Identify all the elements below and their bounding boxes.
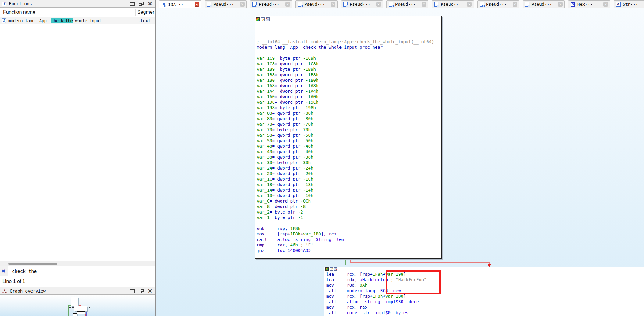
tab-pseud[interactable]: Pseud···✕ — [341, 0, 383, 8]
node-edit-icon[interactable] — [261, 17, 265, 21]
asm-line[interactable]: var_198= byte ptr -198h — [257, 105, 441, 110]
scrollbar-thumb[interactable] — [8, 263, 57, 265]
graph-overview-minimap[interactable] — [0, 295, 155, 316]
functions-table-header[interactable]: Function name Segmen — [0, 8, 155, 17]
asm-line[interactable]: var_50= qword ptr -50h — [257, 138, 441, 143]
asm-line[interactable]: var_10= dword ptr -10h — [257, 193, 441, 198]
close-icon[interactable]: ✕ — [148, 2, 152, 6]
asm-line[interactable]: var_88= qword ptr -88h — [257, 110, 441, 116]
tab-close-icon[interactable]: ✕ — [240, 2, 245, 7]
asm-line[interactable]: mov rcx, rax — [326, 304, 644, 310]
asm-line[interactable] — [257, 34, 441, 39]
asm-line[interactable]: var_30= byte ptr -30h — [257, 160, 441, 165]
asm-token: -1A8h — [306, 83, 318, 88]
asm-line[interactable]: mov rcx, [rsp+1F8h+var_1B0] — [326, 293, 644, 299]
asm-line[interactable]: var_1A8= dword ptr -1A8h — [257, 83, 441, 88]
tab-close-icon[interactable]: ✕ — [558, 2, 563, 7]
asm-line[interactable]: var_1B8= qword ptr -1B8h — [257, 72, 441, 77]
tab-pseud[interactable]: Pseud···✕ — [523, 0, 565, 8]
asm-line[interactable]: mov [rsp+1F8h+var_1B0], rcx — [257, 231, 441, 237]
asm-line[interactable]: jnz loc_140004AD5 — [257, 248, 441, 253]
asm-line[interactable]: var_40= qword ptr -40h — [257, 149, 441, 154]
asm-line[interactable]: var_48= qword ptr -48h — [257, 143, 441, 149]
asm-line[interactable]: var_24= dword ptr -24h — [257, 165, 441, 171]
node-color-icon[interactable] — [256, 17, 260, 21]
asm-line[interactable]: var_1C9= byte ptr -1C9h — [257, 56, 441, 61]
float-window-icon[interactable] — [139, 289, 144, 293]
asm-line[interactable]: var_1B0= qword ptr -1B0h — [257, 77, 441, 83]
asm-line[interactable]: call core__str__impl$0__bytes — [326, 310, 644, 315]
column-divider[interactable] — [135, 9, 136, 16]
asm-line[interactable]: call modern_lang__RC4__new — [326, 288, 644, 293]
asm-line[interactable]: var_20= dword ptr -20h — [257, 171, 441, 176]
tab-ida[interactable]: IDA···✕ — [159, 0, 201, 8]
asm-line[interactable]: var_8= dword ptr -8 — [257, 204, 441, 209]
asm-line[interactable]: lea rdx, aHackforfun ; "HackForFun" — [326, 277, 644, 282]
asm-line[interactable]: cmp rax, 46h ; 'F' — [257, 242, 441, 248]
tab-close-icon[interactable]: ✕ — [603, 2, 608, 7]
asm-line[interactable]: var_1C= dword ptr -1Ch — [257, 176, 441, 182]
asm-line[interactable]: var_38= qword ptr -38h — [257, 154, 441, 160]
asm-line[interactable]: var_1B9= byte ptr -1B9h — [257, 66, 441, 72]
maximize-icon[interactable] — [130, 289, 135, 293]
close-icon[interactable]: ✕ — [148, 289, 152, 293]
asm-line[interactable]: sub rsp, 1F8h — [257, 226, 441, 231]
asm-line[interactable]: var_C= dword ptr -0Ch — [257, 198, 441, 204]
basic-block-node-top[interactable]: ; __int64 __fastcall modern_lang::App::c… — [255, 16, 442, 259]
disassembly-block[interactable]: ; __int64 __fastcall modern_lang::App::c… — [255, 22, 441, 253]
tab-close-icon[interactable]: ✕ — [422, 2, 426, 7]
asm-line[interactable]: var_58= qword ptr -58h — [257, 132, 441, 138]
asm-line[interactable]: var_2= byte ptr -2 — [257, 209, 441, 215]
asm-line[interactable]: var_80= qword ptr -80h — [257, 116, 441, 121]
node-edit-icon[interactable] — [330, 267, 333, 271]
asm-line[interactable] — [257, 50, 441, 56]
asm-line[interactable]: var_19C= dword ptr -19Ch — [257, 99, 441, 105]
asm-line[interactable]: var_1A0= dword ptr -1A0h — [257, 94, 441, 99]
horizontal-scrollbar[interactable] — [0, 261, 155, 266]
tab-close-icon[interactable]: ✕ — [376, 2, 381, 7]
asm-line[interactable]: modern_lang__App__check_the_whole_input … — [257, 45, 441, 50]
tab-bar: IDA···✕Pseud···✕Pseud···✕Pseud···✕Pseud·… — [156, 0, 644, 8]
tab-close-icon[interactable]: ✕ — [195, 2, 199, 7]
asm-line[interactable] — [257, 23, 441, 28]
tab-pseud[interactable]: Pseud···✕ — [250, 0, 292, 8]
asm-line[interactable]: call alloc__string__String__len — [257, 237, 441, 242]
filter-input[interactable]: check_the — [8, 266, 155, 276]
asm-line[interactable] — [257, 220, 441, 226]
asm-line[interactable]: var_1= byte ptr -1 — [257, 215, 441, 220]
tab-hex[interactable]: Hex···✕ — [568, 0, 610, 8]
tab-pseud[interactable]: Pseud···✕ — [432, 0, 474, 8]
asm-line[interactable]: ; __int64 __fastcall modern_lang::App::c… — [257, 39, 441, 45]
node-color-icon[interactable] — [325, 267, 329, 271]
asm-line[interactable]: var_1A4= dword ptr -1A4h — [257, 88, 441, 94]
asm-line[interactable]: var_1C8= qword ptr -1C8h — [257, 61, 441, 66]
asm-token: = qword ptr — [272, 155, 303, 160]
filter-clear-icon[interactable]: ✖ — [2, 268, 6, 274]
maximize-icon[interactable] — [130, 2, 135, 6]
tab-close-icon[interactable]: ✕ — [331, 2, 335, 7]
tab-close-icon[interactable]: ✕ — [513, 2, 517, 7]
asm-line[interactable]: mov r8d, 0Ah — [326, 282, 644, 288]
tab-close-icon[interactable]: ✕ — [285, 2, 290, 7]
tab-close-icon[interactable]: ✕ — [467, 2, 472, 7]
asm-line[interactable] — [257, 28, 441, 34]
tab-pseud[interactable]: Pseud···✕ — [386, 0, 428, 8]
asm-line[interactable]: lea rcx, [rsp+1F8h+var_198] — [326, 271, 644, 277]
disassembly-block[interactable]: lea rcx, [rsp+1F8h+var_198]lea rdx, aHac… — [324, 271, 644, 315]
tab-str[interactable]: AStr···✕ — [614, 0, 644, 8]
tab-pseud[interactable]: Pseud···✕ — [477, 0, 519, 8]
tab-pseud[interactable]: Pseud···✕ — [295, 0, 338, 8]
basic-block-node-bottom[interactable]: lea rcx, [rsp+1F8h+var_198]lea rdx, aHac… — [324, 267, 644, 316]
node-group-icon[interactable] — [334, 267, 337, 271]
asm-line[interactable]: var_78= qword ptr -78h — [257, 121, 441, 127]
node-group-icon[interactable] — [266, 17, 270, 21]
column-function-name[interactable]: Function name — [3, 9, 35, 15]
asm-line[interactable]: var_14= dword ptr -14h — [257, 187, 441, 193]
asm-line[interactable]: var_18= dword ptr -18h — [257, 182, 441, 187]
function-row[interactable]: f modern_lang__App__check_the_whole_inpu… — [0, 17, 155, 24]
asm-line[interactable]: call alloc__string__impl$30__deref — [326, 299, 644, 304]
asm-line[interactable]: var_70= byte ptr -70h — [257, 127, 441, 132]
tab-pseud[interactable]: Pseud···✕ — [205, 0, 247, 8]
float-window-icon[interactable] — [139, 2, 144, 6]
column-segment[interactable]: Segmen — [137, 9, 154, 15]
